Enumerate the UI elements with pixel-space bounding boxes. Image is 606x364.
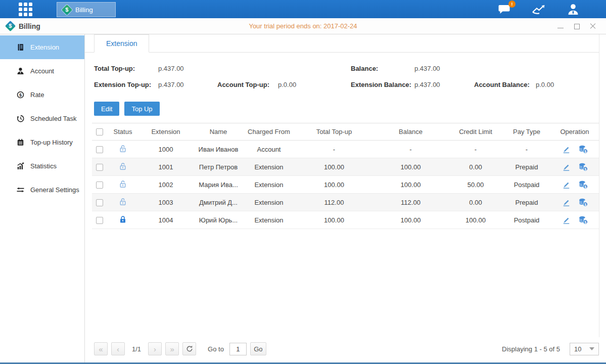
sidebar-item-scheduled-task[interactable]: Scheduled Task [0,107,84,130]
cell-balance: 100.00 [374,211,447,229]
account-menu-button[interactable] [567,3,580,15]
refresh-button[interactable] [182,342,196,355]
col-status: Status [107,123,138,141]
user-icon [567,3,580,15]
row-checkbox[interactable] [96,146,103,153]
sidebar-item-statistics[interactable]: Statistics [0,154,84,178]
cell-name: Мария Ива... [193,176,244,194]
top-up-button[interactable]: Top Up [124,102,159,116]
general-settings-icon [17,186,24,194]
edit-extension-button[interactable] [562,216,571,224]
col-pay-type: Pay Type [504,123,549,141]
displaying-text: Displaying 1 - 5 of 5 [502,345,560,353]
topup-extension-button[interactable]: $ [579,180,588,189]
scheduled-task-icon [17,115,24,122]
cell-pay-type: Prepaid [504,194,549,211]
window-title: Billing [19,22,40,30]
goto-page-input[interactable] [229,343,247,355]
apps-grid-icon[interactable] [19,3,32,16]
sidebar-item-topup-history[interactable]: Top-up History [0,130,84,154]
sidebar-item-general-settings[interactable]: General Settings [0,178,84,202]
cell-extension: 1001 [138,158,193,176]
topup-extension-button[interactable]: $ [579,216,588,224]
account-topup-label: Account Top-up: [217,81,278,88]
row-checkbox[interactable] [96,181,103,189]
topup-extension-button[interactable]: $ [579,163,588,171]
row-checkbox[interactable] [96,164,103,171]
lock-open-icon [119,162,127,170]
go-button[interactable]: Go [250,342,266,355]
sidebar-item-label: Extension [30,43,59,51]
svg-text:$: $ [584,202,586,206]
tab-extension[interactable]: Extension [94,34,149,53]
cell-charged-from: Extension [244,211,294,229]
billing-summary: Total Top-up: p.437.00 Balance: p.437.00… [94,65,599,88]
table-row[interactable]: 1001 Петр Петров Extension 100.00 100.00… [92,158,599,176]
table-row[interactable]: 1004 Юрий Юрь... Extension 100.00 100.00… [92,211,599,229]
edit-extension-button[interactable] [562,145,571,154]
close-button[interactable] [590,23,596,29]
sidebar-item-extension[interactable]: Extension [0,35,84,59]
topup-history-icon [17,139,24,146]
table-row[interactable]: 1000 Иван Иванов Account - - - - $ [92,141,599,158]
col-balance: Balance [374,123,447,141]
cell-extension: 1004 [138,211,193,229]
sidebar-item-label: General Settings [30,186,79,194]
refresh-icon [186,345,193,352]
line-chart-icon [531,4,546,15]
edit-button[interactable]: Edit [94,102,119,116]
cell-balance: 100.00 [374,176,447,194]
page-size-select[interactable]: 10 [570,343,599,355]
svg-text:$: $ [19,93,22,98]
table-row[interactable]: 1002 Мария Ива... Extension 100.00 100.0… [92,176,599,194]
table-row[interactable]: 1003 Дмитрий Д... Extension 112.00 112.0… [92,194,599,211]
cell-extension: 1002 [138,176,193,194]
cell-balance: 112.00 [374,194,447,211]
balance-label: Balance: [351,65,414,72]
edit-extension-button[interactable] [562,163,571,171]
cell-charged-from: Extension [244,158,294,176]
edit-extension-button[interactable] [562,180,571,189]
taskbar-billing-tab[interactable]: $ Billing [57,2,116,17]
edit-extension-button[interactable] [562,198,571,207]
cell-pay-type: Postpaid [504,211,549,229]
sidebar-item-account[interactable]: Account [0,59,84,83]
select-all-checkbox[interactable] [96,128,103,135]
col-credit-limit: Credit Limit [447,123,504,141]
trial-period-message: Your trial period ends on: 2017-02-24 [111,22,495,30]
first-page-button[interactable]: « [94,342,108,355]
cell-charged-from: Extension [244,176,294,194]
cell-pay-type: - [504,141,549,158]
lock-open-icon [119,198,127,206]
statistics-icon [17,162,24,170]
sidebar-item-label: Scheduled Task [30,115,77,122]
sidebar-item-rate[interactable]: $ Rate [0,83,84,107]
row-checkbox[interactable] [96,199,103,206]
last-page-button[interactable]: » [165,342,179,355]
cell-extension: 1003 [138,194,193,211]
next-page-button[interactable]: › [148,342,162,355]
sidebar: Extension Account $ Rate [0,34,85,362]
account-balance-value: p.0.00 [536,81,599,88]
notifications-button[interactable]: ! [497,4,511,15]
lock-open-icon [119,180,127,188]
extension-balance-label: Extension Balance: [351,81,414,88]
window-titlebar: $ Billing Your trial period ends on: 201… [0,18,606,34]
topup-extension-button[interactable]: $ [579,145,588,154]
svg-text:$: $ [584,185,586,189]
row-checkbox[interactable] [96,217,103,224]
minimize-button[interactable] [557,23,564,29]
cell-credit-limit: - [447,141,504,158]
goto-label: Go to [208,345,224,353]
cell-name: Петр Петров [193,158,244,176]
rate-icon: $ [17,91,24,99]
maximize-button[interactable] [574,23,580,29]
extension-topup-value: p.437.00 [158,81,217,88]
statistics-chart-button[interactable] [531,4,546,15]
topup-extension-button[interactable]: $ [579,198,588,207]
prev-page-button[interactable]: ‹ [111,342,125,355]
billing-window-icon: $ [5,21,16,31]
sidebar-item-label: Rate [30,91,44,99]
sidebar-item-label: Top-up History [30,139,73,146]
cell-credit-limit: 0.00 [447,158,504,176]
